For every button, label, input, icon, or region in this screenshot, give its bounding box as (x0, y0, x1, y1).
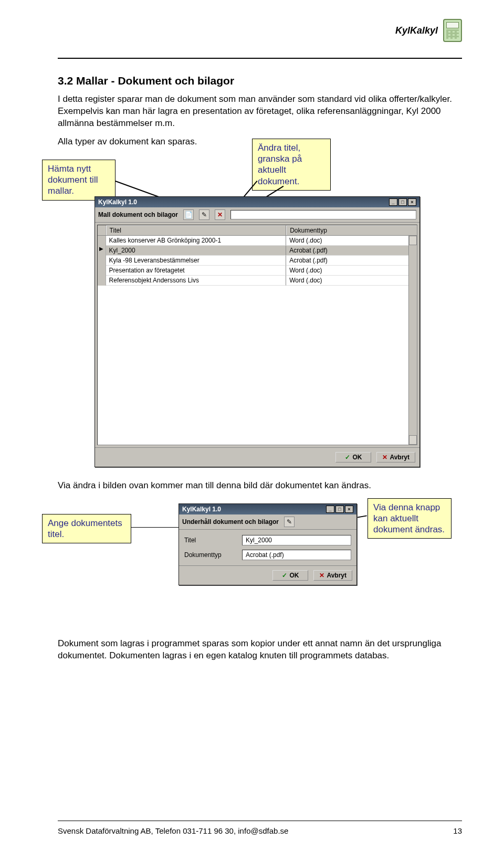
cell-titel: Presentation av företagetet (106, 266, 287, 276)
cancel-button[interactable]: ✕Avbryt (376, 452, 415, 463)
new-doc-button[interactable]: 📄 (183, 209, 194, 220)
ok-button[interactable]: ✓OK (272, 570, 308, 581)
close-button[interactable]: × (408, 198, 416, 206)
calculator-icon (443, 19, 462, 42)
input-titel[interactable]: Kyl_2000 (242, 535, 351, 545)
cancel-label: Avbryt (327, 572, 346, 579)
grid-header: Titel Dokumenttyp (98, 225, 417, 236)
callout-hamta: Hämta nytt dokument till mallar. (42, 160, 116, 201)
table-row[interactable]: Kalles konserver AB Grönköping 2000-1Wor… (98, 236, 417, 246)
check-icon: ✓ (345, 454, 350, 461)
file-icon: 📄 (185, 211, 193, 218)
callout-ange: Ange dokumentets titel. (42, 514, 131, 544)
window-title: KylKalkyl 1.0 (182, 506, 221, 513)
callout-via: Via denna knapp kan aktuellt dokument än… (368, 498, 452, 539)
footer-text: Svensk Dataförvaltning AB, Telefon 031-7… (58, 826, 288, 835)
sparkle-icon: ✎ (287, 518, 292, 526)
table-row[interactable]: Kyla -98 LeveransbestämmelserAcrobat (.p… (98, 256, 417, 266)
x-icon: ✕ (382, 454, 387, 461)
cell-typ: Word (.doc) (286, 236, 417, 246)
label-titel: Titel (184, 537, 237, 544)
ok-label: OK (289, 572, 299, 579)
row-marker (98, 266, 106, 276)
row-marker (98, 236, 106, 246)
minimize-button[interactable]: _ (326, 506, 334, 513)
x-icon: ✕ (217, 211, 223, 218)
cancel-label: Avbryt (390, 454, 410, 461)
window-title: KylKalkyl 1.0 (98, 198, 137, 206)
edit-doc-button[interactable]: ✎ (199, 209, 209, 220)
cell-titel: Kyl_2000 (106, 246, 287, 256)
label-typ: Dokumenttyp (184, 551, 237, 559)
x-icon: ✕ (319, 572, 324, 579)
mid-paragraph: Via ändra i bilden ovan kommer man till … (58, 480, 462, 492)
delete-doc-button[interactable]: ✕ (215, 209, 225, 220)
footer-rule (58, 821, 462, 821)
maximize-button[interactable]: □ (398, 198, 407, 206)
toolbar-input[interactable] (230, 210, 416, 219)
minimize-button[interactable]: _ (389, 198, 397, 206)
cell-titel: Kalles konserver AB Grönköping 2000-1 (106, 236, 287, 246)
section-heading: 3.2 Mallar - Dokument och bilagor (58, 75, 462, 87)
vertical-scrollbar[interactable] (408, 236, 417, 445)
cell-typ: Word (.doc) (286, 266, 417, 276)
table-row[interactable]: Presentation av företagetetWord (.doc) (98, 266, 417, 276)
cell-titel: Referensobjekt Anderssons Livs (106, 276, 287, 286)
col-header-titel[interactable]: Titel (106, 225, 287, 235)
ok-button[interactable]: ✓OK (335, 452, 371, 463)
row-marker (98, 256, 106, 266)
page-number: 13 (453, 826, 462, 835)
row-marker (98, 276, 106, 286)
titlebar[interactable]: KylKalkyl 1.0 _ □ × (179, 504, 356, 514)
check-icon: ✓ (282, 572, 287, 579)
callout-line (131, 527, 178, 528)
row-marker: ▶ (98, 246, 106, 256)
col-header-typ[interactable]: Dokumenttyp (286, 225, 417, 235)
sparkle-icon: ✎ (202, 211, 207, 218)
ok-label: OK (352, 454, 362, 461)
input-typ[interactable]: Acrobat (.pdf) (242, 550, 351, 560)
toolbar-label: Underhåll dokument och bilagor (182, 518, 279, 526)
callout-andra: Ändra titel, granska på aktuellt dokumen… (252, 139, 331, 191)
cancel-button[interactable]: ✕Avbryt (313, 570, 352, 581)
close-button[interactable]: × (345, 506, 353, 513)
header-rule (58, 58, 462, 59)
cell-typ: Acrobat (.pdf) (286, 246, 417, 256)
dialog-mall-dokument: KylKalkyl 1.0 _ □ × Mall dokument och bi… (94, 196, 420, 467)
table-row[interactable]: Referensobjekt Anderssons LivsWord (.doc… (98, 276, 417, 286)
cell-typ: Acrobat (.pdf) (286, 256, 417, 266)
table-row[interactable]: ▶Kyl_2000Acrobat (.pdf) (98, 246, 417, 256)
dialog-underhall: KylKalkyl 1.0 _ □ × Underhåll dokument o… (178, 503, 357, 585)
edit-button[interactable]: ✎ (284, 517, 295, 527)
cell-typ: Word (.doc) (286, 276, 417, 286)
cell-titel: Kyla -98 Leveransbestämmelser (106, 256, 287, 266)
titlebar[interactable]: KylKalkyl 1.0 _ □ × (95, 197, 419, 207)
intro-paragraph-1: I detta register sparar man de dokument … (58, 93, 462, 130)
toolbar-label: Mall dokument och bilagor (98, 211, 178, 218)
maximize-button[interactable]: □ (335, 506, 344, 513)
brand-label: KylKalkyl (395, 25, 438, 36)
closing-paragraph: Dokument som lagras i programmet sparas … (58, 638, 462, 662)
